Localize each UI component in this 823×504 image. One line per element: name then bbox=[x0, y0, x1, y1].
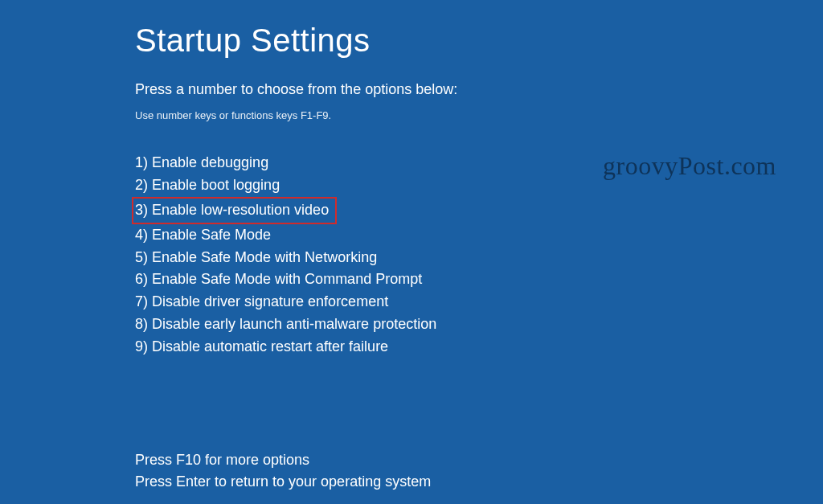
hint-text: Use number keys or functions keys F1-F9. bbox=[135, 109, 823, 121]
page-title: Startup Settings bbox=[135, 23, 823, 59]
option-8[interactable]: 8) Disable early launch anti-malware pro… bbox=[135, 315, 436, 333]
option-4[interactable]: 4) Enable Safe Mode bbox=[135, 226, 271, 244]
option-9[interactable]: 9) Disable automatic restart after failu… bbox=[135, 338, 388, 355]
option-5[interactable]: 5) Enable Safe Mode with Networking bbox=[135, 248, 377, 266]
subtitle: Press a number to choose from the option… bbox=[135, 81, 823, 98]
option-7[interactable]: 7) Disable driver signature enforcement bbox=[135, 293, 388, 310]
footer-enter: Press Enter to return to your operating … bbox=[135, 471, 431, 493]
option-2[interactable]: 2) Enable boot logging bbox=[135, 176, 280, 194]
option-6[interactable]: 6) Enable Safe Mode with Command Prompt bbox=[135, 270, 422, 288]
option-1[interactable]: 1) Enable debugging bbox=[135, 154, 268, 171]
footer: Press F10 for more options Press Enter t… bbox=[135, 449, 431, 493]
option-3[interactable]: 3) Enable low-resolution video bbox=[132, 197, 337, 224]
options-list: 1) Enable debugging 2) Enable boot loggi… bbox=[135, 152, 823, 359]
watermark-text: groovyPost.com bbox=[603, 151, 776, 181]
footer-f10: Press F10 for more options bbox=[135, 449, 431, 471]
